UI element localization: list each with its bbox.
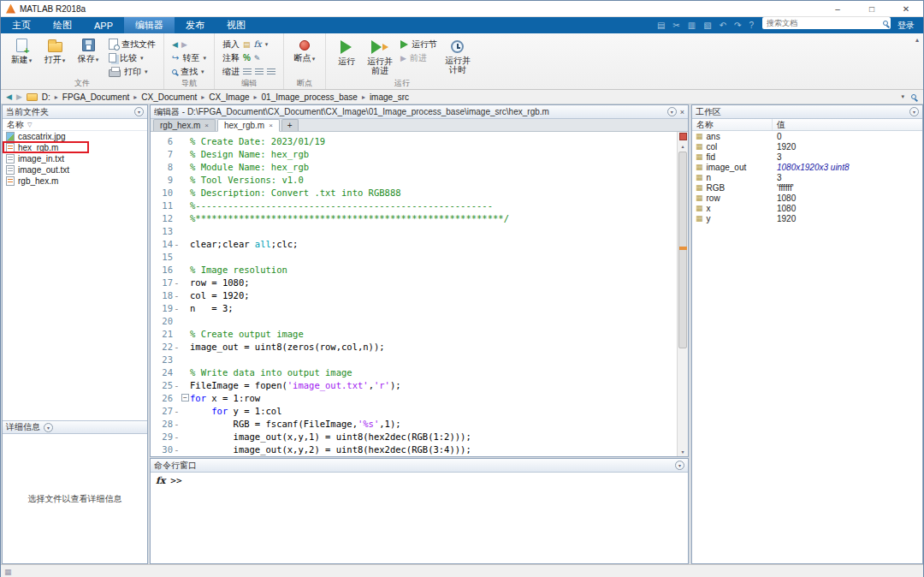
doc-search-input[interactable] — [767, 19, 883, 27]
breadcrumb-drive[interactable]: D: — [42, 92, 50, 102]
file-item[interactable]: hex_rgb.m — [3, 142, 147, 153]
code-line[interactable]: 20 — [151, 314, 688, 327]
comment-button[interactable]: 注释 % ✎ — [220, 51, 278, 64]
workspace-row[interactable]: ▦y1920 — [692, 213, 922, 223]
workspace-row[interactable]: ▦n3 — [692, 172, 922, 182]
breadcrumb-item[interactable]: CX_Document — [141, 92, 197, 102]
print-button[interactable]: 打印 ▾ — [106, 65, 158, 78]
paste-icon[interactable]: ▧ — [703, 21, 711, 30]
breakpoints-button[interactable]: 断点▾ — [289, 36, 320, 78]
value-column-header[interactable]: 值 — [773, 119, 922, 130]
file-item[interactable]: image_in.txt — [3, 153, 147, 164]
breadcrumb-item[interactable]: FPGA_Document — [62, 92, 129, 102]
doc-search-box[interactable] — [762, 17, 891, 29]
breakpoint-gutter[interactable]: - — [173, 239, 181, 249]
open-button[interactable]: 打开▾ — [39, 36, 70, 78]
tab-home[interactable]: 主页 — [1, 17, 42, 33]
editor-tab-rgb-hex[interactable]: rgb_hex.m × — [153, 119, 216, 131]
code-line[interactable]: 16% Image resolution — [151, 263, 688, 276]
compare-button[interactable]: 比较 ▾ — [106, 51, 158, 64]
command-window-body[interactable]: fx >> — [151, 473, 688, 563]
code-line[interactable]: 6% Create Date: 2023/01/19 — [151, 134, 688, 147]
forward-icon[interactable]: ▶ — [181, 40, 187, 49]
tab-publish[interactable]: 发布 — [175, 17, 216, 33]
code-line[interactable]: 7% Design Name: hex_rgb — [151, 147, 688, 160]
breakpoint-gutter[interactable]: - — [173, 277, 181, 288]
panel-actions-icon[interactable]: ▾ — [134, 107, 144, 116]
breakpoint-gutter[interactable]: - — [173, 406, 181, 416]
insert-button[interactable]: 插入 ▤ fx ▾ — [220, 38, 278, 51]
code-line[interactable]: 14-clear;clear all;clc; — [151, 237, 688, 250]
command-prompt[interactable]: >> — [170, 475, 181, 486]
breakpoint-gutter[interactable]: - — [173, 444, 181, 455]
breadcrumb-item[interactable]: 01_Image_process_base — [262, 92, 358, 102]
scroll-up-icon[interactable]: ▴ — [678, 141, 688, 151]
breadcrumb-item[interactable]: CX_Image — [209, 92, 249, 102]
code-line[interactable]: 15 — [151, 250, 688, 263]
signin-link[interactable]: 登录 — [897, 17, 923, 33]
close-tab-icon[interactable]: × — [204, 122, 209, 129]
navigate-back-forward[interactable]: ◀ ▶ — [169, 38, 209, 51]
new-tab-button[interactable]: + — [281, 119, 299, 131]
folder-back-icon[interactable]: ◀ — [6, 92, 12, 101]
code-fold-toggle[interactable]: − — [181, 394, 189, 402]
code-line[interactable]: 19-n = 3; — [151, 301, 688, 314]
panel-actions-icon[interactable]: ▾ — [909, 107, 919, 116]
code-area[interactable]: 6% Create Date: 2023/01/197% Design Name… — [151, 132, 688, 456]
editor-scrollbar[interactable]: ▴ ▾ — [677, 132, 688, 456]
code-line[interactable]: 23 — [151, 353, 688, 366]
panel-actions-icon[interactable]: ▾ — [675, 461, 684, 470]
workspace-row[interactable]: ▦x1080 — [692, 203, 922, 213]
message-indicator[interactable] — [679, 133, 687, 140]
code-line[interactable]: 28- RGB = fscanf(FileImage,'%s',1); — [151, 417, 688, 430]
redo-icon[interactable]: ↷ — [734, 21, 741, 30]
breakpoint-gutter[interactable]: - — [173, 380, 181, 390]
breakpoint-gutter[interactable]: - — [173, 342, 181, 352]
details-collapse-icon[interactable]: ▾ — [44, 423, 53, 432]
workspace-row[interactable]: ▦image_out1080x1920x3 uint8 — [692, 162, 922, 172]
name-column-header[interactable]: 名称 — [692, 119, 773, 130]
tab-view[interactable]: 视图 — [216, 17, 257, 33]
code-line[interactable]: 26−for x = 1:row — [151, 391, 688, 404]
insert-function-icon[interactable]: fx — [253, 39, 261, 49]
tab-editor[interactable]: 编辑器 — [124, 17, 175, 33]
code-line[interactable]: 11%-------------------------------------… — [151, 199, 688, 211]
save-icon[interactable]: ▤ — [657, 21, 665, 30]
details-header[interactable]: 详细信息 ▾ — [3, 420, 147, 434]
save-button[interactable]: 保存▾ — [73, 36, 104, 78]
run-section-button[interactable]: 运行节 — [398, 38, 440, 51]
recent-folders-icon[interactable]: ▾ — [901, 93, 904, 100]
tab-apps[interactable]: APP — [83, 17, 124, 33]
collapse-ribbon-icon[interactable]: ▴ — [915, 36, 919, 44]
insert-section-icon[interactable]: ▤ — [243, 40, 251, 49]
scrollbar-thumb[interactable] — [678, 152, 687, 348]
breakpoint-gutter[interactable]: - — [173, 419, 181, 429]
code-line[interactable]: 25-FileImage = fopen('image_out.txt','r'… — [151, 378, 688, 391]
function-hints-icon[interactable]: fx — [156, 475, 165, 486]
close-button[interactable]: ✕ — [889, 1, 923, 16]
code-line[interactable]: 22-image_out = uint8(zeros(row,col,n)); — [151, 340, 688, 353]
advance-button[interactable]: ▶ 前进 — [398, 51, 440, 64]
code-line[interactable]: 30- image_out(x,y,2) = uint8(hex2dec(RGB… — [151, 443, 688, 455]
close-panel-icon[interactable]: × — [680, 108, 684, 116]
warning-marker[interactable] — [679, 247, 687, 250]
breakpoint-gutter[interactable]: - — [173, 303, 181, 313]
tab-plots[interactable]: 绘图 — [42, 17, 83, 33]
breakpoint-gutter[interactable]: - — [173, 290, 181, 300]
code-line[interactable]: 17-row = 1080; — [151, 276, 688, 288]
breakpoint-gutter[interactable]: - — [173, 431, 181, 442]
indent-right-icon[interactable] — [255, 68, 264, 75]
cut-icon[interactable]: ✂ — [672, 21, 679, 30]
workspace-row[interactable]: ▦RGB'ffffff' — [692, 182, 922, 193]
file-item[interactable]: image_out.txt — [3, 164, 147, 175]
goto-button[interactable]: ↪ 转至 ▾ — [169, 51, 209, 64]
code-line[interactable]: 29- image_out(x,y,1) = uint8(hex2dec(RGB… — [151, 430, 688, 443]
code-line[interactable]: 9% Tool Versions: v1.0 — [151, 173, 688, 186]
scroll-down-icon[interactable]: ▾ — [678, 447, 688, 456]
maximize-button[interactable]: □ — [855, 1, 889, 16]
run-time-button[interactable]: 运行并计时 — [442, 36, 473, 78]
code-line[interactable]: 10% Description: Convert .txt into RGB88… — [151, 186, 688, 199]
workspace-row[interactable]: ▦col1920 — [692, 141, 922, 152]
name-column-header[interactable]: 名称 — [7, 119, 24, 131]
code-line[interactable]: 18-col = 1920; — [151, 288, 688, 301]
